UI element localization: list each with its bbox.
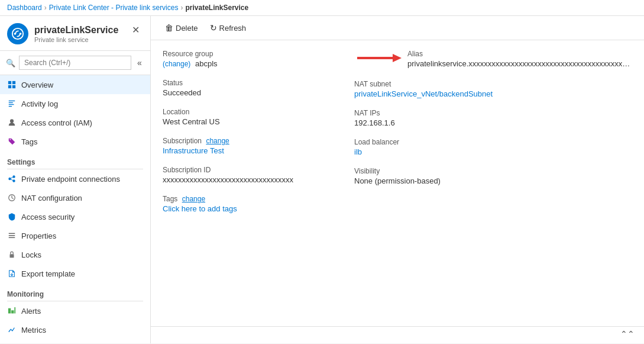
svg-rect-23 [8,308,11,314]
location-label: Location [163,108,331,116]
main-layout: privateLinkService Private link service … [0,16,644,343]
content-area: 🗑 Delete ↻ Refresh Resource group (chang… [151,16,644,343]
svg-point-14 [12,179,15,182]
details-right: Alias privatelinkservice.xxxxxxxxxxxxxxx… [331,50,632,317]
nat-ips-group: NAT IPs 192.168.1.6 [354,109,632,127]
svg-point-2 [20,33,22,35]
sidebar-item-label-security: Access security [21,213,75,221]
overview-icon [7,80,17,89]
refresh-button[interactable]: ↻ Refresh [205,21,251,35]
tags-add-link[interactable]: Click here to add tags [163,204,331,213]
sidebar: privateLinkService Private link service … [0,16,151,343]
sidebar-item-label-metrics: Metrics [21,326,46,335]
svg-point-13 [12,175,15,178]
sidebar-item-label-pe: Private endpoint connections [21,175,120,184]
subscription-name-link[interactable]: Infrastructure Test [163,146,224,155]
collapse-sidebar-button[interactable]: « [135,57,144,69]
private-endpoint-icon [7,174,17,184]
subscription-label: Subscription change [163,137,331,145]
alias-label: Alias [407,50,632,58]
settings-section-label: Settings [0,151,150,169]
tags-label: Tags change [163,195,331,203]
sidebar-item-label-export: Export template [21,269,75,278]
nat-subnet-value: privateLinkService_vNet/backendSubnet [354,89,632,98]
search-box: 🔍 « [0,51,150,75]
svg-rect-25 [14,307,15,314]
sidebar-item-label-properties: Properties [21,232,56,240]
resource-subtitle: Private link service [34,36,118,43]
alerts-icon [7,306,17,316]
collapse-row: ⌃⌃ [151,326,644,343]
sidebar-item-activity-log[interactable]: Activity log [0,94,150,113]
breadcrumb-sep-1: › [44,4,47,12]
svg-rect-20 [9,237,15,238]
sidebar-item-label-overview: Overview [21,81,53,89]
sidebar-item-export-template[interactable]: Export template [0,264,150,283]
collapse-details-button[interactable]: ⌃⌃ [620,329,635,339]
svg-rect-19 [9,235,15,236]
sidebar-item-properties[interactable]: Properties [0,226,150,245]
activity-log-icon [7,99,17,108]
resource-title: privateLinkService [34,25,118,36]
resource-group-name: abcpls [195,59,218,68]
delete-icon: 🗑 [165,23,173,33]
details-container: Resource group (change) abcpls Status Su… [151,40,644,326]
sidebar-item-overview[interactable]: Overview [0,75,150,94]
sidebar-item-label-access: Access control (IAM) [21,118,92,127]
svg-line-16 [11,179,13,181]
search-input[interactable] [19,56,131,70]
sidebar-item-access-control[interactable]: Access control (IAM) [0,113,150,132]
status-label: Status [163,79,331,87]
sidebar-item-tags[interactable]: Tags [0,132,150,151]
search-icon: 🔍 [6,59,15,67]
add-tags-link[interactable]: Click here to add tags [163,204,237,213]
delete-button[interactable]: 🗑 Delete [160,21,203,35]
svg-point-11 [10,119,14,123]
sidebar-item-metrics[interactable]: Metrics [0,320,150,339]
resource-group-change-link[interactable]: (change) [163,60,190,68]
sidebar-item-nat-config[interactable]: NAT configuration [0,188,150,207]
sidebar-item-label-nat: NAT configuration [21,194,82,202]
load-balancer-link[interactable]: ilb [354,147,362,156]
monitoring-section-label: Monitoring [0,283,150,301]
sidebar-item-label-locks: Locks [21,250,41,259]
location-group: Location West Central US [163,108,331,126]
resource-group-value: (change) abcpls [163,59,331,68]
nat-subnet-label: NAT subnet [354,80,632,88]
breadcrumb-private-link[interactable]: Private Link Center - Private link servi… [49,4,179,12]
subscription-change-link[interactable]: change [206,137,229,145]
access-security-icon [7,212,17,221]
svg-rect-24 [11,310,14,313]
svg-rect-8 [9,102,13,103]
toolbar: 🗑 Delete ↻ Refresh [151,16,644,40]
breadcrumb-current: privateLinkService [185,4,248,12]
svg-marker-27 [393,54,402,62]
refresh-icon: ↻ [210,23,217,33]
sidebar-item-label-activity: Activity log [21,99,58,108]
nat-subnet-group: NAT subnet privateLinkService_vNet/backe… [354,80,632,98]
sidebar-item-label-tags: Tags [21,137,37,146]
location-value: West Central US [163,117,331,126]
sidebar-item-locks[interactable]: Locks [0,245,150,264]
metrics-icon [7,325,17,335]
tags-change-link[interactable]: change [182,195,205,203]
svg-rect-3 [8,81,11,84]
nat-subnet-link[interactable]: privateLinkService_vNet/backendSubnet [354,89,493,98]
svg-point-1 [14,33,17,35]
nat-icon [7,193,17,202]
svg-line-15 [11,177,13,178]
breadcrumb: Dashboard › Private Link Center - Privat… [0,0,644,16]
subscription-id-group: Subscription ID xxxxxxxxxxxxxxxxxxxxxxxx… [163,166,331,184]
sidebar-item-access-security[interactable]: Access security [0,207,150,226]
visibility-group: Visibility None (permission-based) [354,167,632,185]
sidebar-nav: Overview Activity log Access control (IA… [0,75,150,343]
load-balancer-label: Load balancer [354,138,632,146]
export-template-icon [7,269,17,278]
breadcrumb-dashboard[interactable]: Dashboard [7,4,42,12]
sidebar-item-alerts[interactable]: Alerts [0,301,150,320]
svg-rect-5 [8,85,11,88]
close-button[interactable]: ✕ [128,23,143,37]
sidebar-item-private-endpoint[interactable]: Private endpoint connections [0,169,150,188]
visibility-value: None (permission-based) [354,176,632,185]
resource-group-label: Resource group [163,50,331,58]
